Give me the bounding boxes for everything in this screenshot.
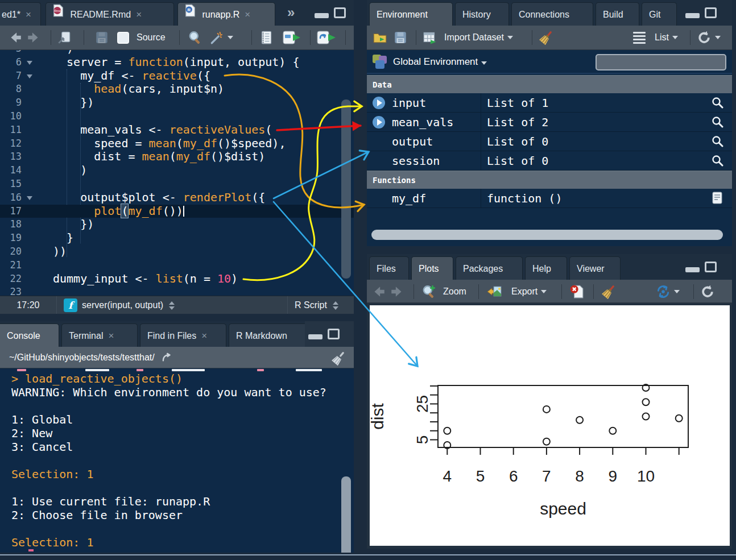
code-line-21[interactable]: 21	[0, 259, 354, 272]
tab-environment[interactable]: Environment	[369, 2, 453, 26]
minimize-icon[interactable]	[315, 13, 329, 18]
code-line-20[interactable]: 20))	[0, 245, 354, 259]
tab-build[interactable]: Build	[596, 2, 639, 26]
code-line-9[interactable]: 9 })	[0, 96, 354, 110]
tab-history[interactable]: History	[455, 2, 509, 26]
environment-object-row-session[interactable]: sessionList of 0	[367, 151, 732, 171]
expand-icon[interactable]	[373, 116, 385, 128]
inspect-object-icon[interactable]	[710, 96, 725, 110]
dropdown-caret-icon[interactable]	[228, 36, 233, 39]
editor-scrollbar[interactable]	[341, 99, 351, 279]
code-line-10[interactable]: 10	[0, 110, 354, 123]
fold-arrow-icon[interactable]	[27, 74, 32, 81]
clear-environment-broom-icon[interactable]	[539, 26, 553, 49]
tab-terminal[interactable]: Terminal×	[61, 323, 138, 347]
close-icon[interactable]: ×	[108, 330, 114, 341]
tab-plots[interactable]: Plots	[411, 256, 453, 280]
code-line-17[interactable]: 17 plot(my_df())	[0, 205, 354, 218]
close-icon[interactable]: ×	[136, 9, 142, 20]
tab-runapp-r[interactable]: R runapp.R×	[177, 2, 275, 26]
run-button[interactable]	[283, 26, 302, 49]
expand-icon[interactable]	[373, 97, 385, 109]
tab-git[interactable]: Git	[642, 2, 677, 26]
source-on-save-checkbox[interactable]	[117, 26, 129, 49]
tab-console[interactable]: Console	[0, 323, 59, 347]
rerun-source-button[interactable]	[317, 26, 337, 49]
open-in-new-window-button[interactable]	[57, 26, 72, 49]
inspect-object-icon[interactable]	[710, 115, 725, 130]
file-type-selector[interactable]: R Script	[287, 296, 354, 314]
cursor-position[interactable]: 17:20	[0, 296, 57, 314]
import-dataset-button[interactable]: Import Dataset	[441, 26, 513, 49]
tab-files[interactable]: Files	[369, 256, 409, 280]
tab-viewer[interactable]: Viewer	[569, 256, 621, 280]
dropdown-caret-icon[interactable]	[674, 290, 680, 293]
inspect-object-icon[interactable]	[710, 134, 725, 149]
console-scrollbar[interactable]	[341, 476, 351, 553]
environment-object-row-input[interactable]: inputList of 1	[367, 93, 732, 113]
tab-packages[interactable]: Packages	[456, 256, 523, 280]
fold-arrow-icon[interactable]	[27, 61, 32, 68]
find-replace-icon[interactable]	[188, 26, 202, 49]
function-context-selector[interactable]: server(input, output)	[82, 296, 175, 314]
tab-help[interactable]: Help	[525, 256, 567, 280]
previous-plot-button[interactable]	[371, 280, 386, 304]
tab-connections[interactable]: Connections	[511, 2, 593, 26]
code-line-15[interactable]: 15	[0, 177, 354, 191]
code-line-11[interactable]: 11 mean_vals <- reactiveValues(	[0, 123, 354, 137]
code-line-19[interactable]: 19 }	[0, 231, 354, 245]
go-to-directory-icon[interactable]	[162, 352, 174, 362]
code-line-14[interactable]: 14 )	[0, 164, 354, 177]
tab-overflow-icon[interactable]: »	[287, 5, 293, 20]
environment-scope-selector[interactable]: Global Environment	[393, 50, 487, 74]
refresh-environment-icon[interactable]	[697, 26, 721, 49]
code-line-7[interactable]: 7 my_df <- reactive({	[0, 69, 354, 83]
zoom-button[interactable]: Zoom	[440, 280, 466, 304]
maximize-icon[interactable]	[705, 7, 717, 18]
environment-horizontal-scrollbar[interactable]	[371, 230, 723, 240]
back-button[interactable]	[8, 26, 23, 49]
save-workspace-icon[interactable]	[393, 26, 408, 49]
publish-plot-icon[interactable]	[656, 280, 680, 304]
tab-find-in-files[interactable]: Find in Files×	[140, 323, 226, 347]
code-line-18[interactable]: 18 })	[0, 218, 354, 231]
load-workspace-icon[interactable]	[373, 26, 387, 49]
code-line-23[interactable]: 23	[0, 285, 354, 296]
import-dataset-table-icon[interactable]	[423, 26, 437, 49]
code-line-16[interactable]: 16 output$plot <- renderPlot({	[0, 191, 354, 205]
next-plot-button[interactable]	[390, 280, 404, 304]
close-icon[interactable]: ×	[245, 9, 250, 20]
view-function-source-icon[interactable]	[710, 191, 725, 206]
maximize-icon[interactable]	[334, 7, 346, 18]
zoom-plot-icon[interactable]	[421, 280, 436, 304]
clear-console-broom-icon[interactable]	[331, 351, 346, 366]
code-line-22[interactable]: 22dummy_input <- list(n = 10)	[0, 272, 354, 286]
maximize-icon[interactable]	[705, 262, 717, 272]
console-output[interactable]: > load_reactive_objects()WARNING: Which …	[0, 368, 354, 553]
close-icon[interactable]: ×	[201, 330, 207, 341]
environment-search-input[interactable]	[596, 54, 726, 70]
code-line-8[interactable]: 8 head(cars, input$n)	[0, 82, 354, 96]
code-line-6[interactable]: 6 server = function(input, output) {	[0, 56, 354, 69]
tab-readme-rmd[interactable]: Rmd README.Rmd×	[46, 2, 174, 26]
export-image-icon[interactable]	[486, 280, 502, 304]
minimize-icon[interactable]	[685, 267, 700, 272]
fold-arrow-icon[interactable]	[27, 196, 32, 203]
remove-plot-icon[interactable]	[569, 280, 584, 304]
compile-notebook-icon[interactable]	[259, 26, 274, 49]
code-line-12[interactable]: 12 speed = mean(my_df()$speed),	[0, 137, 354, 151]
environment-object-row-output[interactable]: outputList of 0	[367, 132, 732, 151]
working-directory-path[interactable]: ~/GitHub/shinyobjects/tests/testthat/	[9, 352, 155, 362]
view-mode-selector[interactable]: List	[651, 26, 678, 49]
inspect-object-icon[interactable]	[710, 154, 725, 168]
code-editor[interactable]: 5 )6 server = function(input, output) {7…	[0, 50, 354, 296]
clear-plots-broom-icon[interactable]	[601, 280, 616, 304]
close-icon[interactable]: ×	[26, 9, 31, 20]
tab-ed1[interactable]: ed1*×	[0, 2, 41, 26]
code-line-13[interactable]: 13 dist = mean(my_df()$dist)	[0, 150, 354, 164]
export-button[interactable]: Export	[508, 280, 547, 304]
refresh-plot-icon[interactable]	[700, 280, 715, 304]
forward-button[interactable]	[26, 26, 41, 49]
maximize-icon[interactable]	[328, 329, 340, 339]
environment-object-row-my_df[interactable]: my_dffunction ()	[367, 189, 732, 208]
